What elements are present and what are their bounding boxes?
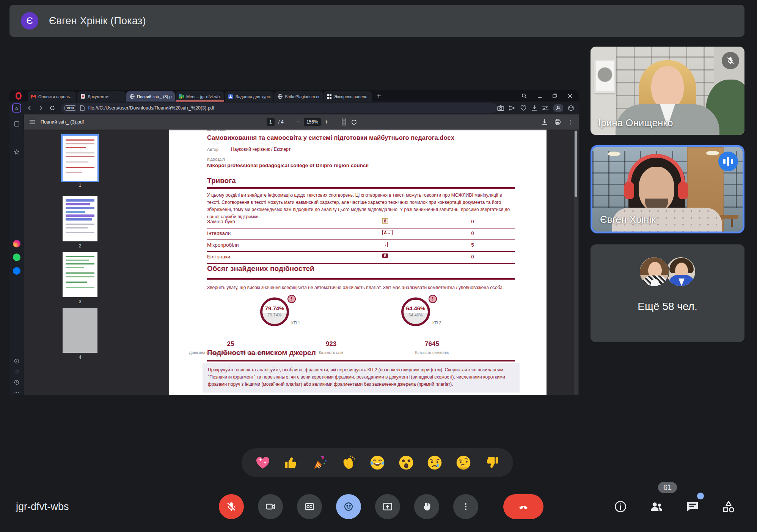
meeting-info-button[interactable]	[611, 497, 630, 516]
tab-course-tasks[interactable]: Задания для курса "ІКТ т	[225, 91, 273, 102]
tab-label: Экспресс-панель	[334, 94, 367, 99]
participants-count-badge: 61	[658, 482, 677, 493]
stat-value: 923	[286, 340, 377, 348]
bookmarks-heart-icon[interactable]: ♡	[13, 368, 21, 376]
thumbs-up-emoji[interactable]	[283, 454, 300, 471]
similarity-note: Зверніть увагу, що високі значення коефі…	[207, 284, 515, 291]
zoom-level[interactable]: 156%	[304, 118, 321, 126]
opera-menu-button[interactable]	[9, 90, 28, 102]
raise-hand-button[interactable]	[414, 494, 439, 519]
document-page: заголовок Самовиховання та самоосвіта у …	[169, 130, 547, 395]
headphones-earcup	[678, 182, 688, 199]
rotate-icon[interactable]	[351, 119, 357, 125]
speed-dial-sidebar-icon[interactable]	[13, 120, 21, 128]
restore-button[interactable]	[552, 93, 558, 99]
distortion-label: Мікропробіли	[207, 242, 239, 248]
zoom-out-button[interactable]: −	[297, 119, 300, 125]
distortion-value: 0	[457, 219, 488, 224]
tab-strikeplagiarism[interactable]: StrikePlagiarism.com_UA_	[274, 91, 323, 102]
avatar	[639, 257, 669, 287]
browser-window: Оновити пароль - alexa Документи Повний …	[9, 90, 579, 395]
history-clock-icon[interactable]	[13, 378, 21, 386]
similarity-gauge-kp2: 64.46% 64.46%	[401, 297, 430, 326]
pinboard-icon[interactable]	[13, 357, 21, 365]
doc-field-label: заголовок	[207, 130, 226, 131]
bookmark-heart-icon[interactable]	[520, 105, 527, 111]
page-number-input[interactable]: 1	[267, 118, 275, 126]
tab-label: Повний звіт_ (3).pdf	[137, 94, 172, 99]
participant-name: Євген Хрінік	[600, 214, 656, 225]
tab-documents[interactable]: Документи	[77, 91, 126, 102]
camera-button[interactable]	[258, 494, 283, 519]
reload-icon[interactable]	[49, 105, 55, 111]
warning-badge: !	[287, 295, 296, 303]
vpn-badge[interactable]: VPN	[64, 105, 76, 111]
forward-icon[interactable]	[38, 105, 44, 111]
pdf-print-icon[interactable]	[554, 119, 561, 125]
page-file-icon	[80, 105, 85, 111]
tab-meet[interactable]: Meet – jgr-dfvt-wbs	[176, 91, 224, 102]
video-tile-yevhen[interactable]: Євген Хрінік	[591, 145, 744, 233]
chat-button[interactable]	[683, 497, 702, 516]
thinking-face-emoji[interactable]	[455, 454, 472, 471]
profile-button[interactable]	[553, 104, 563, 112]
tears-of-joy-emoji[interactable]	[369, 454, 386, 471]
more-participants-tile[interactable]: Ещё 58 чел.	[591, 244, 744, 342]
download-icon[interactable]	[531, 105, 537, 111]
thumbnail-number: 1	[63, 183, 97, 188]
alert-section-title: Тривога	[207, 177, 236, 185]
zoom-in-button[interactable]: +	[325, 119, 328, 125]
sparkling-heart-emoji[interactable]	[254, 454, 272, 471]
page-thumbnail-3[interactable]	[63, 252, 97, 297]
tab-speed-dial[interactable]: Экспресс-панель	[324, 91, 372, 102]
meeting-code: jgr-dfvt-wbs	[16, 501, 69, 513]
tune-icon[interactable]	[542, 105, 549, 111]
pdf-scrollbar[interactable]	[574, 130, 578, 395]
captions-button[interactable]	[297, 494, 322, 519]
workspace-icon[interactable]	[13, 148, 21, 156]
instagram-icon[interactable]	[13, 239, 21, 248]
close-button[interactable]	[567, 93, 573, 99]
ceiling-lamp	[706, 151, 719, 155]
present-button[interactable]	[375, 494, 400, 519]
pdf-download-icon[interactable]	[542, 119, 548, 125]
video-tile-iryna[interactable]: Ірина Онищенко	[591, 47, 744, 135]
pdf-scrollbar-thumb[interactable]	[575, 131, 577, 197]
whatsapp-icon[interactable]	[13, 253, 21, 261]
page-thumbnail-2[interactable]	[63, 196, 97, 241]
astonished-emoji[interactable]	[397, 454, 415, 471]
new-tab-button[interactable]	[373, 90, 385, 102]
participants-button[interactable]	[647, 497, 666, 516]
more-options-button[interactable]	[453, 494, 478, 519]
tab-search-icon[interactable]	[521, 93, 527, 99]
tab-gmail[interactable]: Оновити пароль - alexa	[28, 91, 76, 102]
course-icon	[228, 94, 233, 99]
end-call-button[interactable]	[503, 494, 543, 519]
sidebar-more-icon[interactable]: ⋯	[13, 388, 21, 395]
mic-muted-indicator	[722, 52, 739, 69]
gauge-value: 79.74%	[262, 305, 287, 311]
page-thumbnail-1[interactable]	[63, 136, 97, 181]
crying-face-emoji[interactable]	[426, 454, 443, 471]
start-page-button[interactable]: ⌂	[12, 103, 21, 113]
vk-icon[interactable]	[13, 267, 21, 275]
reactions-button[interactable]	[336, 494, 361, 519]
page-thumbnail-4[interactable]	[63, 308, 97, 353]
similarity-section-title: Обсяг знайдених подібностей	[207, 264, 314, 273]
party-popper-emoji[interactable]	[311, 454, 329, 471]
tab-pdf-report[interactable]: Повний звіт_ (3).pdf	[126, 91, 175, 102]
thumbs-down-emoji[interactable]	[483, 454, 501, 471]
snapshot-icon[interactable]	[497, 105, 504, 111]
sidebar-setup-icon[interactable]	[568, 105, 574, 111]
clapping-hands-emoji[interactable]	[340, 454, 357, 471]
mic-button[interactable]	[219, 494, 244, 519]
minimize-button[interactable]	[537, 93, 542, 99]
speaking-indicator	[718, 152, 738, 171]
activities-button[interactable]	[719, 497, 738, 516]
url-field[interactable]: VPN file:///C:/Users/user/Downloads/Повн…	[61, 103, 497, 113]
pdf-more-icon[interactable]: ⋮	[568, 119, 573, 125]
back-icon[interactable]	[27, 105, 33, 111]
fit-page-icon[interactable]	[341, 119, 347, 125]
share-icon[interactable]	[509, 105, 515, 111]
pdf-menu-icon[interactable]	[29, 119, 35, 125]
